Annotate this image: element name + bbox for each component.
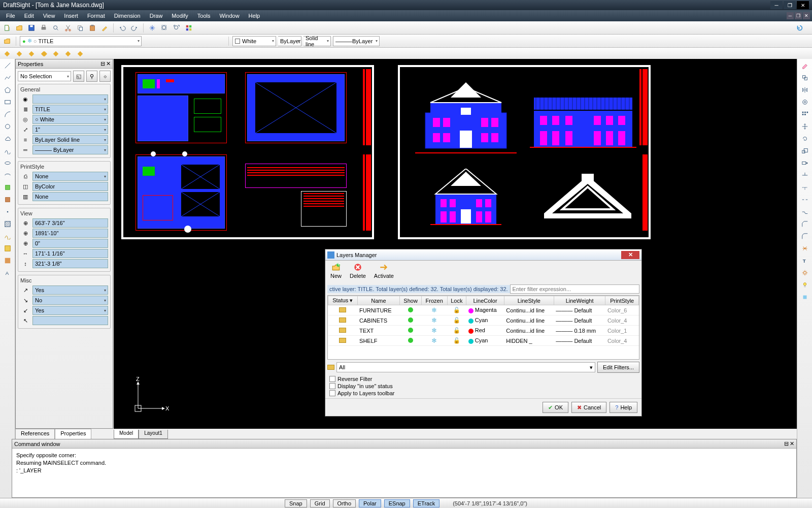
linetype-dropdown[interactable]: ByLayer: [278, 36, 301, 46]
show-icon[interactable]: [408, 328, 413, 333]
menu-draw[interactable]: Draw: [146, 12, 167, 20]
pin-icon[interactable]: ⊟: [100, 60, 105, 67]
lock-icon[interactable]: 🔓: [453, 337, 460, 343]
width-field[interactable]: 171'-1 1/16": [32, 249, 108, 258]
linecolor-field[interactable]: ○ White: [32, 115, 108, 124]
arc-icon[interactable]: [2, 109, 13, 120]
tab-references[interactable]: References: [15, 429, 55, 439]
col-show[interactable]: Show: [400, 296, 422, 305]
scale-field[interactable]: 1": [32, 125, 108, 134]
view-6-icon[interactable]: [63, 49, 73, 59]
ellipse-arc-icon[interactable]: [2, 170, 13, 181]
stretch-icon[interactable]: [799, 157, 810, 169]
col-lineweight[interactable]: LineWeight: [554, 296, 605, 305]
color-dropdown[interactable]: White: [232, 36, 276, 46]
apply-toolbar-check[interactable]: Apply to Layers toolbar: [329, 390, 637, 396]
status-snap-button[interactable]: Snap: [285, 499, 307, 507]
extend-icon[interactable]: [799, 182, 810, 193]
lineweight-field[interactable]: ——— ByLayer: [32, 145, 108, 154]
menu-window[interactable]: Window: [215, 12, 243, 20]
trim-icon[interactable]: [799, 170, 810, 181]
rotate-icon[interactable]: [799, 133, 810, 144]
explode-icon[interactable]: [799, 243, 810, 254]
mdi-close-icon[interactable]: ✕: [803, 12, 810, 19]
close-button[interactable]: ✕: [797, 1, 809, 9]
status-ortho-button[interactable]: Ortho: [333, 499, 356, 507]
linetype-field[interactable]: ByLayer Solid line: [32, 135, 108, 144]
region-icon[interactable]: [2, 243, 13, 254]
lineweight-dropdown[interactable]: ——— ByLayer: [333, 36, 380, 46]
lock-icon[interactable]: 🔓: [453, 327, 460, 333]
freeze-icon[interactable]: ❄: [431, 337, 437, 344]
col-linecolor[interactable]: LineColor: [466, 296, 504, 305]
cz-field[interactable]: 0": [32, 239, 108, 248]
color-field[interactable]: [32, 94, 108, 104]
paste-icon[interactable]: [87, 23, 97, 33]
layers-table[interactable]: Status ▾NameShowFrozenLockLineColorLineS…: [327, 295, 639, 360]
panel-close-icon[interactable]: ✕: [106, 60, 111, 67]
mirror-icon[interactable]: [799, 84, 810, 96]
revcloud-icon[interactable]: [2, 133, 13, 144]
layer-field[interactable]: TITLE: [32, 105, 108, 114]
show-icon[interactable]: [408, 338, 413, 343]
fillet-icon[interactable]: [799, 231, 810, 242]
menu-edit[interactable]: Edit: [20, 12, 38, 20]
erase-icon[interactable]: [799, 60, 810, 71]
col-name[interactable]: Name: [357, 296, 400, 305]
scale-icon[interactable]: [799, 145, 810, 156]
height-field[interactable]: 321'-3 1/8": [32, 259, 108, 268]
linestyle-dropdown[interactable]: Solid line: [303, 36, 331, 46]
inuse-status-check[interactable]: Display "in use" status: [329, 383, 637, 389]
command-output[interactable]: Specify opposite corner: Resuming MAINSE…: [12, 449, 796, 497]
zoom-extents-icon[interactable]: [172, 23, 182, 33]
mtext-icon[interactable]: T: [799, 255, 810, 266]
polyline-icon[interactable]: [2, 72, 13, 83]
hatch-icon[interactable]: [2, 218, 13, 230]
minimize-button[interactable]: ─: [770, 1, 783, 9]
show-icon[interactable]: [408, 307, 413, 312]
select-pick-icon[interactable]: ◱: [73, 71, 84, 82]
rectangle-icon[interactable]: [2, 97, 13, 108]
view-7-icon[interactable]: [75, 49, 85, 59]
status-polar-button[interactable]: Polar: [359, 499, 381, 507]
open-file-icon[interactable]: [14, 23, 24, 33]
status-etrack-button[interactable]: ETrack: [413, 499, 439, 507]
maximize-button[interactable]: ❐: [784, 1, 796, 9]
spline-icon[interactable]: [2, 145, 13, 156]
point-icon[interactable]: [2, 206, 13, 217]
zoom-window-icon[interactable]: [159, 23, 170, 33]
view-1-icon[interactable]: [2, 49, 12, 59]
delete-layer-button[interactable]: Delete: [350, 263, 366, 279]
pan-icon[interactable]: [147, 23, 157, 33]
cmd-close-icon[interactable]: ✕: [790, 440, 794, 447]
light-icon[interactable]: [799, 279, 810, 291]
col-printstyle[interactable]: PrintStyle: [605, 296, 639, 305]
dialog-titlebar[interactable]: Layers Manager ✕: [325, 249, 641, 261]
mdi-restore-icon[interactable]: ❐: [795, 12, 802, 19]
tab-properties[interactable]: Properties: [55, 429, 91, 439]
cy-field[interactable]: 1891'-10": [32, 229, 108, 238]
layer-row[interactable]: TEXT❄🔓RedContinu...id line——— 0.18 mmCol…: [328, 326, 639, 336]
chamfer-icon[interactable]: [799, 218, 810, 230]
print-style-field[interactable]: None: [32, 172, 108, 181]
misc-d-field[interactable]: [32, 316, 108, 325]
tab-model[interactable]: Model: [114, 430, 139, 439]
cx-field[interactable]: 663'-7 3/16": [32, 218, 108, 228]
activate-layer-button[interactable]: Activate: [374, 263, 394, 279]
edit-filters-button[interactable]: Edit Filters...: [597, 362, 639, 373]
menu-file[interactable]: File: [2, 12, 19, 20]
move-icon[interactable]: [799, 121, 810, 132]
line-icon[interactable]: [2, 60, 13, 71]
gradient-icon[interactable]: [2, 231, 13, 242]
break-icon[interactable]: [799, 194, 810, 205]
status-esnap-button[interactable]: ESnap: [384, 499, 410, 507]
view-4-icon[interactable]: [39, 49, 49, 59]
new-file-icon[interactable]: [2, 23, 12, 33]
misc-b-field[interactable]: No: [32, 296, 108, 305]
misc-tool-icon[interactable]: [799, 292, 810, 303]
menu-format[interactable]: Format: [83, 12, 109, 20]
reverse-filter-check[interactable]: Reverse Filter: [329, 376, 637, 382]
redo-icon[interactable]: [129, 23, 140, 33]
dialog-close-button[interactable]: ✕: [621, 251, 639, 259]
view-5-icon[interactable]: [51, 49, 61, 59]
